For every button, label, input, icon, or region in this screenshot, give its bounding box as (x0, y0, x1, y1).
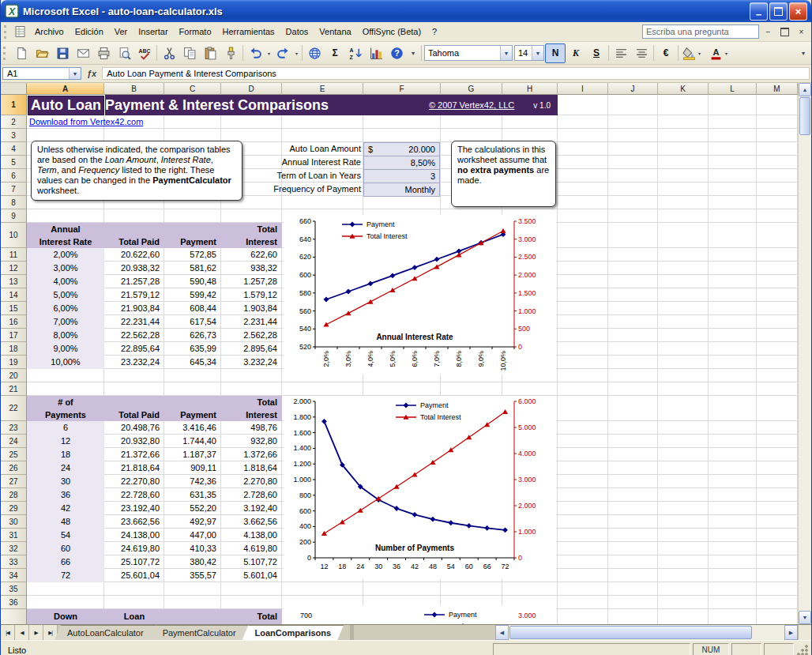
cell-A14[interactable]: 5,00% (27, 288, 104, 302)
sheet-cells[interactable]: Auto Loan Payment & Interest Comparisons… (27, 95, 798, 624)
column-header-F[interactable]: F (363, 83, 441, 95)
font-size-dropdown-icon[interactable]: ▼ (532, 46, 543, 60)
insert-hyperlink-button[interactable] (304, 43, 325, 63)
menu-insertar[interactable]: Insertar (133, 24, 173, 40)
cell-A13[interactable]: 4,00% (27, 275, 104, 288)
cell-D19[interactable]: 3.232,24 (221, 356, 277, 369)
cell-D30[interactable]: 3.662,56 (221, 515, 277, 529)
column-header-B[interactable]: B (104, 83, 164, 95)
toolbar-options-button[interactable]: ▾ (407, 43, 419, 63)
font-color-dropdown-icon[interactable]: ▾ (723, 44, 730, 62)
cell-A23[interactable]: 6 (27, 421, 104, 435)
row-header-26[interactable]: 26 (1, 461, 27, 475)
title-bar[interactable]: X Microsoft Excel - auto-loan-calculator… (1, 0, 811, 22)
cell-A12[interactable]: 3,00% (27, 262, 104, 275)
interest-rate-chart[interactable]: 52054056058060062064066005001.0001.5002.… (284, 215, 556, 375)
horizontal-scroll-track[interactable] (509, 625, 784, 640)
resize-grip[interactable] (796, 644, 809, 655)
cell-A24[interactable]: 12 (27, 435, 104, 448)
cell-B31[interactable]: 24.138,00 (104, 529, 160, 542)
undo-dropdown-icon[interactable]: ▾ (265, 44, 273, 62)
cell-B12[interactable]: 20.938,32 (104, 262, 160, 275)
payments-chart[interactable]: 02004006008001.0001.2001.4001.6001.8002.… (284, 396, 556, 579)
redo-dropdown-icon[interactable]: ▾ (293, 44, 300, 62)
menu-grip[interactable] (4, 25, 9, 39)
cell-B37[interactable]: Loan (104, 610, 164, 623)
cell-A25[interactable]: 18 (27, 448, 104, 461)
help-button[interactable]: ? (386, 43, 407, 63)
toolbar-grip[interactable] (3, 47, 8, 60)
cell-A11[interactable]: 2,00% (27, 248, 104, 262)
cell-B33[interactable]: 25.107,72 (104, 555, 160, 569)
menu-datos[interactable]: Datos (280, 24, 314, 40)
cell-D34[interactable]: 5.601,04 (221, 569, 277, 582)
cell-A34[interactable]: 72 (27, 569, 104, 582)
cell-D23[interactable]: 498,76 (221, 421, 277, 435)
cell-B26[interactable]: 21.818,64 (104, 461, 160, 475)
down-payment-chart-partial[interactable]: 700PaymentTotal Interest3.000 (284, 605, 556, 624)
row-header-18[interactable]: 18 (1, 342, 27, 356)
format-painter-button[interactable] (220, 43, 241, 63)
cell-A33[interactable]: 66 (27, 555, 104, 569)
loan-value-auto-loan-amount[interactable]: $20.000 (363, 142, 440, 156)
cell-B32[interactable]: 24.619,80 (104, 542, 160, 555)
cell-A19[interactable]: 10,00% (27, 356, 104, 369)
copy-button[interactable] (179, 43, 200, 63)
loan-value-frequency-of-payment[interactable]: Monthly (363, 183, 440, 197)
cell-D27[interactable]: 2.270,80 (221, 475, 277, 488)
row-header-11[interactable]: 11 (1, 248, 27, 262)
loan-value-term-of-loan-in-years[interactable]: 3 (363, 169, 440, 183)
align-center-button[interactable] (631, 43, 652, 63)
name-box[interactable]: A1 ▼ (2, 67, 81, 80)
menu-[interactable]: ? (427, 24, 442, 40)
cell-C18[interactable]: 635,99 (164, 342, 216, 356)
cell-C30[interactable]: 492,97 (164, 515, 216, 529)
scroll-left-button[interactable]: ◀ (495, 625, 509, 640)
open-button[interactable] (32, 43, 52, 63)
cell-C17[interactable]: 626,73 (164, 329, 216, 342)
cell-C14[interactable]: 599,42 (164, 288, 216, 302)
cell-D26[interactable]: 1.818,64 (221, 461, 277, 475)
minimize-button[interactable]: − (750, 2, 768, 21)
select-all-corner[interactable] (1, 83, 27, 95)
cell-B25[interactable]: 21.372,66 (104, 448, 160, 461)
cell-A18[interactable]: 9,00% (27, 342, 104, 356)
cell-C23[interactable]: 3.416,46 (164, 421, 216, 435)
table2-header-total[interactable]: Total (221, 396, 277, 408)
cell-D25[interactable]: 1.372,66 (221, 448, 277, 461)
copyright-link[interactable]: © 2007 Vertex42, LLC (429, 100, 514, 110)
download-link[interactable]: Download from Vertex42.com (29, 117, 143, 126)
cell-C32[interactable]: 410,33 (164, 542, 216, 555)
row-header-5[interactable]: 5 (1, 156, 27, 169)
horizontal-scrollbar[interactable]: ◀ ▶ (495, 625, 811, 640)
cell-D28[interactable]: 2.728,60 (221, 488, 277, 502)
row-header-16[interactable]: 16 (1, 315, 27, 329)
underline-button[interactable]: S (586, 43, 607, 63)
cell-B15[interactable]: 21.903,84 (104, 302, 160, 315)
cell-C15[interactable]: 608,44 (164, 302, 216, 315)
cell-A17[interactable]: 8,00% (27, 329, 104, 342)
cell-A29[interactable]: 42 (27, 502, 104, 515)
cell-D14[interactable]: 1.579,12 (221, 288, 277, 302)
row-header-2[interactable]: 2 (1, 115, 27, 129)
cell-A28[interactable]: 36 (27, 488, 104, 502)
cell-B16[interactable]: 22.231,44 (104, 315, 160, 329)
print-preview-button[interactable] (114, 43, 134, 63)
undo-button[interactable] (245, 43, 265, 63)
save-button[interactable] (52, 43, 73, 63)
cell-B30[interactable]: 23.662,56 (104, 515, 160, 529)
row-header-17[interactable]: 17 (1, 329, 27, 342)
cell-C11[interactable]: 572,85 (164, 248, 216, 262)
table1-header-total[interactable]: Total (221, 223, 277, 235)
menu-herramientas[interactable]: Herramientas (217, 24, 280, 40)
row-header-1[interactable]: 1 (1, 95, 27, 115)
font-name-select[interactable]: Tahoma ▼ (424, 45, 513, 61)
column-header-J[interactable]: J (608, 83, 658, 95)
sheet-tab-paymentcalculator[interactable]: PaymentCalculator (150, 625, 249, 640)
previous-sheet-button[interactable]: ◀ (15, 625, 29, 640)
align-left-button[interactable] (611, 43, 631, 63)
print-button[interactable] (93, 43, 114, 63)
row-header-23[interactable]: 23 (1, 421, 27, 435)
column-header-C[interactable]: C (164, 83, 221, 95)
cell-B17[interactable]: 22.562,28 (104, 329, 160, 342)
